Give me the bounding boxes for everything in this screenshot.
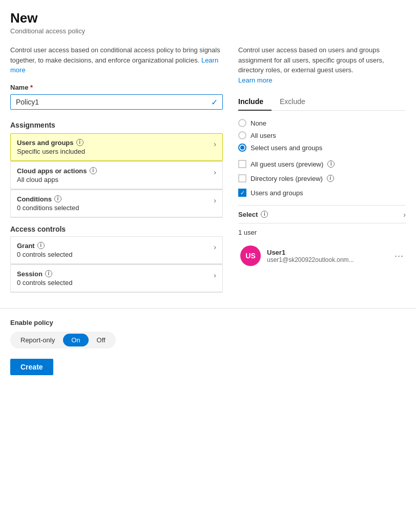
checkbox-users-groups[interactable]: ✓ Users and groups <box>238 189 406 197</box>
assignment-item-cloud-apps[interactable]: Cloud apps or actions i All cloud apps › <box>10 161 223 189</box>
checkbox-directory-roles-label: Directory roles (preview) <box>251 175 323 182</box>
assignments-heading: Assignments <box>10 121 223 129</box>
session-chevron-icon: › <box>214 271 216 279</box>
user-more-button[interactable]: ··· <box>394 251 404 261</box>
conditions-info-icon[interactable]: i <box>54 195 61 202</box>
policy-name-input[interactable] <box>10 94 223 110</box>
session-sub: 0 controls selected <box>17 279 210 287</box>
checkbox-directory-roles[interactable]: Directory roles (preview) i <box>238 174 406 182</box>
assignment-item-session[interactable]: Session i 0 controls selected › <box>10 264 223 292</box>
radio-all-users-circle <box>238 131 246 139</box>
toggle-on[interactable]: On <box>63 334 88 346</box>
radio-none-label: None <box>251 119 266 127</box>
select-label: Select <box>238 211 258 218</box>
page-subtitle: Conditional access policy <box>10 27 406 35</box>
users-groups-chevron-icon: › <box>214 140 216 148</box>
user-info: User1 user1@sk200922outlook.onm... <box>267 249 388 263</box>
access-controls-heading: Access controls <box>10 225 223 233</box>
toggle-report-only[interactable]: Report-only <box>12 334 63 346</box>
user-avatar: US <box>240 245 261 266</box>
tab-include[interactable]: Include <box>238 93 272 111</box>
assignment-item-users-groups[interactable]: Users and groups i Specific users includ… <box>10 133 223 161</box>
tab-exclude[interactable]: Exclude <box>280 93 314 111</box>
left-description: Control user access based on conditional… <box>10 45 223 75</box>
session-title: Session <box>17 270 43 278</box>
guest-users-info-icon[interactable]: i <box>327 160 335 168</box>
grant-info-icon[interactable]: i <box>37 242 45 249</box>
grant-title: Grant <box>17 242 35 250</box>
users-groups-sub: Specific users included <box>17 148 210 155</box>
enable-policy-label: Enable policy <box>10 319 406 326</box>
required-star: * <box>30 84 33 91</box>
right-description: Control user access based on users and g… <box>238 45 406 85</box>
checkmark-icon: ✓ <box>211 97 218 107</box>
assignment-item-grant[interactable]: Grant i 0 controls selected › <box>10 236 223 264</box>
checkbox-guest-users-label: All guest users (preview) <box>251 160 323 168</box>
users-groups-info-icon[interactable]: i <box>76 139 84 146</box>
user-email: user1@sk200922outlook.onm... <box>267 256 388 263</box>
user-name: User1 <box>267 249 388 256</box>
session-info-icon[interactable]: i <box>45 270 52 277</box>
users-groups-title: Users and groups <box>17 139 74 147</box>
cloud-apps-chevron-icon: › <box>214 168 216 176</box>
grant-sub: 0 controls selected <box>17 251 210 258</box>
name-label: Name * <box>10 84 223 91</box>
select-chevron-icon: › <box>403 211 406 219</box>
cloud-apps-info-icon[interactable]: i <box>90 167 97 174</box>
right-learn-more-link[interactable]: Learn more <box>238 76 272 84</box>
checkbox-directory-roles-box <box>238 174 246 182</box>
radio-select-users[interactable]: Select users and groups <box>238 144 406 152</box>
create-button[interactable]: Create <box>10 359 53 375</box>
user-card: US User1 user1@sk200922outlook.onm... ··… <box>238 241 406 270</box>
radio-select-users-circle <box>238 144 246 152</box>
checkbox-users-groups-label: Users and groups <box>251 189 303 197</box>
conditions-chevron-icon: › <box>214 196 216 204</box>
radio-all-users-label: All users <box>251 132 276 139</box>
user-count: 1 user <box>238 229 406 236</box>
radio-select-users-label: Select users and groups <box>251 144 322 152</box>
assignment-item-conditions[interactable]: Conditions i 0 conditions selected › <box>10 190 223 217</box>
cloud-apps-title: Cloud apps or actions <box>17 167 87 175</box>
cloud-apps-sub: All cloud apps <box>17 176 210 183</box>
conditions-sub: 0 conditions selected <box>17 204 210 212</box>
conditions-title: Conditions <box>17 195 52 203</box>
radio-all-users[interactable]: All users <box>238 131 406 139</box>
select-info-icon[interactable]: i <box>261 211 268 218</box>
checkbox-guest-users[interactable]: All guest users (preview) i <box>238 160 406 168</box>
radio-none-circle <box>238 119 246 127</box>
toggle-off[interactable]: Off <box>89 334 114 346</box>
grant-chevron-icon: › <box>214 243 216 251</box>
directory-roles-info-icon[interactable]: i <box>327 175 334 182</box>
policy-toggle-group: Report-only On Off <box>10 332 116 349</box>
checkbox-users-groups-box: ✓ <box>238 189 246 197</box>
radio-none[interactable]: None <box>238 119 406 127</box>
checkbox-guest-users-box <box>238 160 246 168</box>
page-title: New <box>10 10 406 26</box>
select-row[interactable]: Select i › <box>238 205 406 223</box>
